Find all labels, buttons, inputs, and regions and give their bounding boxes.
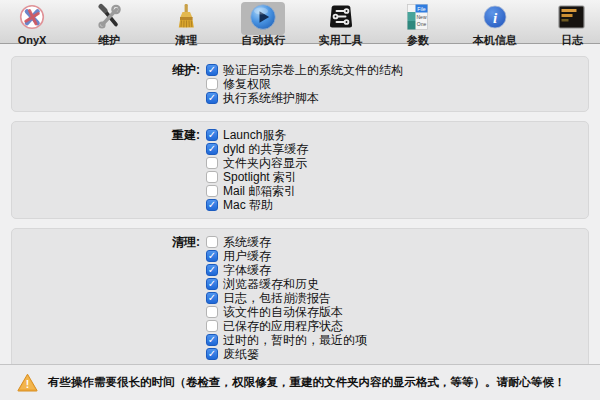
onyx-window: OnyX 维护 清理 自动执行 实用工具 File New One 参数 i 本… bbox=[0, 0, 600, 400]
checkbox[interactable]: ✓ bbox=[206, 278, 218, 290]
broom-icon bbox=[174, 3, 198, 35]
main-content: 维护:✓验证启动宗卷上的系统文件的结构修复权限✓执行系统维护脚本重建:✓Laun… bbox=[0, 44, 600, 364]
checkbox-row: Mail 邮箱索引 bbox=[206, 184, 308, 198]
toolbar-item-cleaning[interactable]: 清理 bbox=[164, 2, 208, 46]
checkbox-label[interactable]: dyld 的共享缓存 bbox=[223, 142, 308, 156]
checkbox[interactable] bbox=[206, 185, 218, 197]
checkbox-row: Spotlight 索引 bbox=[206, 170, 308, 184]
checkbox[interactable] bbox=[206, 171, 218, 183]
checkbox-row: 该文件的自动保存版本 bbox=[206, 305, 367, 319]
menu-file-icon: File New One bbox=[406, 3, 429, 35]
checkbox-row: ✓验证启动宗卷上的系统文件的结构 bbox=[206, 63, 403, 77]
svg-text:!: ! bbox=[26, 378, 30, 390]
console-log-icon bbox=[558, 5, 585, 33]
onyx-logo-icon bbox=[19, 4, 45, 34]
checkbox-label[interactable]: 执行系统维护脚本 bbox=[223, 91, 319, 105]
toolbar: OnyX 维护 清理 自动执行 实用工具 File New One 参数 i 本… bbox=[0, 0, 600, 44]
checkbox-row: ✓Launch服务 bbox=[206, 128, 308, 142]
warning-triangle-icon: ! bbox=[17, 373, 38, 392]
checkbox-row: 系统缓存 bbox=[206, 235, 367, 249]
toolbar-item-parameters[interactable]: File New One 参数 bbox=[396, 2, 440, 46]
checkbox-row: ✓执行系统维护脚本 bbox=[206, 91, 403, 105]
checkbox-row: 文件夹内容显示 bbox=[206, 156, 308, 170]
section-rows: ✓验证启动宗卷上的系统文件的结构修复权限✓执行系统维护脚本 bbox=[206, 63, 403, 105]
checkbox[interactable]: ✓ bbox=[206, 64, 218, 76]
checkbox[interactable]: ✓ bbox=[206, 143, 218, 155]
checkbox-row: ✓Mac 帮助 bbox=[206, 198, 308, 212]
checkbox-row: ✓废纸篓 bbox=[206, 347, 367, 361]
section-rebuilding: 重建:✓Launch服务✓dyld 的共享缓存文件夹内容显示Spotlight … bbox=[11, 121, 589, 219]
checkbox-label[interactable]: Mail 邮箱索引 bbox=[223, 184, 296, 198]
checkbox-row: 已保存的应用程序状态 bbox=[206, 319, 367, 333]
checkbox-label[interactable]: 废纸篓 bbox=[223, 347, 259, 361]
info-circle-icon: i bbox=[482, 4, 508, 34]
checkbox[interactable] bbox=[206, 157, 218, 169]
checkbox[interactable] bbox=[206, 320, 218, 332]
checkbox-label[interactable]: 浏览器缓存和历史 bbox=[223, 277, 319, 291]
play-button-icon bbox=[249, 3, 277, 35]
toolbox-icon bbox=[327, 3, 355, 34]
checkbox-label[interactable]: 文件夹内容显示 bbox=[223, 156, 307, 170]
toolbar-item-automation[interactable]: 自动执行 bbox=[241, 2, 285, 46]
checkbox[interactable] bbox=[206, 306, 218, 318]
section-label: 重建: bbox=[22, 128, 206, 212]
warning-text: 有些操作需要很长的时间（卷检查，权限修复，重建的文件夹内容的显示格式，等等）。请… bbox=[48, 375, 566, 390]
checkbox-label[interactable]: 字体缓存 bbox=[223, 263, 271, 277]
toolbar-item-info[interactable]: i 本机信息 bbox=[473, 2, 517, 46]
checkbox[interactable] bbox=[206, 78, 218, 90]
checkbox-row: ✓日志，包括崩溃报告 bbox=[206, 291, 367, 305]
wrench-screwdriver-icon bbox=[96, 3, 122, 34]
checkbox-label[interactable]: Launch服务 bbox=[223, 128, 286, 142]
checkbox-row: 修复权限 bbox=[206, 77, 403, 91]
svg-text:New: New bbox=[417, 13, 427, 19]
checkbox-label[interactable]: 日志，包括崩溃报告 bbox=[223, 291, 331, 305]
footer-warning-bar: ! 有些操作需要很长的时间（卷检查，权限修复，重建的文件夹内容的显示格式，等等）… bbox=[0, 364, 600, 400]
checkbox-label[interactable]: Mac 帮助 bbox=[223, 198, 273, 212]
checkbox[interactable]: ✓ bbox=[206, 348, 218, 360]
section-maintenance: 维护:✓验证启动宗卷上的系统文件的结构修复权限✓执行系统维护脚本 bbox=[11, 56, 589, 112]
section-rows: ✓Launch服务✓dyld 的共享缓存文件夹内容显示Spotlight 索引M… bbox=[206, 128, 308, 212]
checkbox-label[interactable]: 验证启动宗卷上的系统文件的结构 bbox=[223, 63, 403, 77]
checkbox[interactable] bbox=[206, 236, 218, 248]
checkbox[interactable]: ✓ bbox=[206, 250, 218, 262]
checkbox-row: ✓dyld 的共享缓存 bbox=[206, 142, 308, 156]
toolbar-item-maintenance[interactable]: 维护 bbox=[87, 2, 131, 46]
checkbox[interactable]: ✓ bbox=[206, 264, 218, 276]
section-label: 清理: bbox=[22, 235, 206, 361]
toolbar-item-logs[interactable]: 日志 bbox=[550, 2, 594, 46]
checkbox-row: ✓用户缓存 bbox=[206, 249, 367, 263]
checkbox[interactable]: ✓ bbox=[206, 334, 218, 346]
svg-text:One: One bbox=[417, 21, 427, 27]
checkbox[interactable]: ✓ bbox=[206, 292, 218, 304]
checkbox[interactable]: ✓ bbox=[206, 92, 218, 104]
checkbox-row: ✓字体缓存 bbox=[206, 263, 367, 277]
toolbar-item-utilities[interactable]: 实用工具 bbox=[319, 2, 363, 46]
checkbox-row: ✓浏览器缓存和历史 bbox=[206, 277, 367, 291]
checkbox-label[interactable]: 用户缓存 bbox=[223, 249, 271, 263]
checkbox[interactable]: ✓ bbox=[206, 129, 218, 141]
checkbox-label[interactable]: 系统缓存 bbox=[223, 235, 271, 249]
checkbox-label[interactable]: 已保存的应用程序状态 bbox=[223, 319, 343, 333]
section-rows: 系统缓存✓用户缓存✓字体缓存✓浏览器缓存和历史✓日志，包括崩溃报告该文件的自动保… bbox=[206, 235, 367, 361]
checkbox[interactable]: ✓ bbox=[206, 199, 218, 211]
checkbox-label[interactable]: 该文件的自动保存版本 bbox=[223, 305, 343, 319]
svg-text:File: File bbox=[418, 5, 426, 11]
section-label: 维护: bbox=[22, 63, 206, 105]
section-cleaning: 清理:系统缓存✓用户缓存✓字体缓存✓浏览器缓存和历史✓日志，包括崩溃报告该文件的… bbox=[11, 228, 589, 364]
checkbox-label[interactable]: 过时的，暂时的，最近的项 bbox=[223, 333, 367, 347]
checkbox-label[interactable]: Spotlight 索引 bbox=[223, 170, 297, 184]
checkbox-label[interactable]: 修复权限 bbox=[223, 77, 271, 91]
checkbox-row: ✓过时的，暂时的，最近的项 bbox=[206, 333, 367, 347]
toolbar-item-onyx[interactable]: OnyX bbox=[10, 2, 54, 46]
